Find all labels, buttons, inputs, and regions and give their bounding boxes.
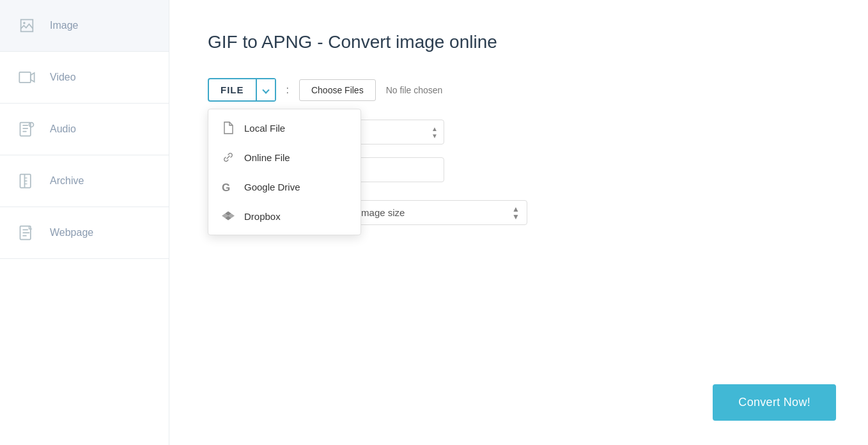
sidebar-item-image[interactable]: Image <box>0 0 169 52</box>
choose-files-button[interactable]: Choose Files <box>299 79 376 101</box>
google-icon: G <box>221 180 235 194</box>
file-row: FILE : Choose Files No file chosen Local… <box>208 78 830 102</box>
file-source-dropdown: Local File Online File G <box>208 109 361 235</box>
sidebar-item-video[interactable]: Video <box>0 52 169 104</box>
sidebar-item-audio[interactable]: Audio <box>0 104 169 155</box>
sidebar-item-webpage-label: Webpage <box>50 227 93 238</box>
dropdown-item-local-file[interactable]: Local File <box>208 113 360 143</box>
sidebar-item-archive-label: Archive <box>50 175 84 187</box>
sidebar: Image Video Audio Archi <box>0 0 169 445</box>
file-button-group[interactable]: FILE <box>208 78 276 102</box>
dropdown-item-google-drive-label: Google Drive <box>244 182 300 192</box>
video-icon <box>15 66 38 89</box>
no-file-text: No file chosen <box>386 85 443 95</box>
sidebar-item-archive[interactable]: Archive <box>0 155 169 207</box>
link-icon <box>221 150 235 164</box>
archive-icon <box>15 169 38 192</box>
dropdown-item-online-file-label: Online File <box>244 152 290 163</box>
audio-icon <box>15 118 38 141</box>
webpage-icon <box>15 221 38 244</box>
svg-point-0 <box>23 22 26 24</box>
main-content: GIF to APNG - Convert image online FILE … <box>169 0 868 445</box>
doc-icon <box>221 121 235 135</box>
image-icon <box>15 14 38 37</box>
dropdown-item-dropbox-label: Dropbox <box>244 211 281 222</box>
sidebar-item-webpage[interactable]: Webpage <box>0 207 169 259</box>
dropdown-item-local-file-label: Local File <box>244 123 285 134</box>
dropdown-item-dropbox[interactable]: Dropbox <box>208 201 360 231</box>
convert-now-button[interactable]: Convert Now! <box>713 384 836 421</box>
colon-separator: : <box>286 84 289 96</box>
page-title: GIF to APNG - Convert image online <box>208 32 830 52</box>
chevron-down-icon <box>262 86 269 93</box>
sidebar-item-image-label: Image <box>50 20 78 31</box>
file-button-label[interactable]: FILE <box>209 79 256 100</box>
dropbox-icon <box>221 209 235 223</box>
dropdown-item-online-file[interactable]: Online File <box>208 143 360 172</box>
file-dropdown-trigger[interactable] <box>256 79 275 100</box>
svg-text:G: G <box>222 182 230 193</box>
svg-point-3 <box>29 123 34 127</box>
sidebar-item-video-label: Video <box>50 72 76 83</box>
sidebar-item-audio-label: Audio <box>50 123 76 135</box>
svg-rect-1 <box>19 72 31 82</box>
dropdown-item-google-drive[interactable]: G Google Drive <box>208 172 360 201</box>
